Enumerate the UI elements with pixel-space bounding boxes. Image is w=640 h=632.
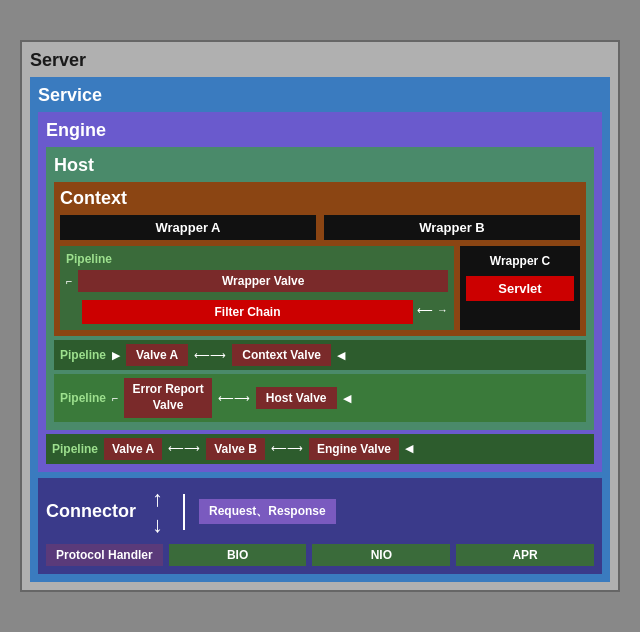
vertical-divider <box>183 494 185 530</box>
double-arrow-1: ⟵⟶ <box>194 349 226 362</box>
wrapper-c-area: Wrapper C Servlet <box>460 246 580 330</box>
wrapper-c-label: Wrapper C <box>466 252 574 270</box>
context-header: Wrapper A Wrapper B <box>60 215 580 240</box>
arrow-right-2: ⟵⟶ <box>218 392 250 405</box>
server-box: Server Service Engine Host Context Wrapp… <box>20 40 620 591</box>
error-report-valve-box: Error Report Valve <box>124 378 211 417</box>
wrapper-b-box: Wrapper B <box>324 215 580 240</box>
bracket-left-icon: ⌐ <box>66 275 72 287</box>
pipeline-row-host: Pipeline ⌐ Error Report Valve ⟵⟶ Host Va… <box>54 374 586 421</box>
context-label: Context <box>60 188 580 209</box>
arrow-up-icon: ↑ <box>152 486 163 512</box>
server-label: Server <box>30 50 610 71</box>
connector-top-row: Connector ↑ ↓ Request、Response <box>46 486 594 538</box>
wrapper-a-box: Wrapper A <box>60 215 316 240</box>
double-arrow-3: ⟵⟶ <box>271 442 303 455</box>
arrow-back-1: ◀ <box>337 349 345 362</box>
valve-b-engine-box: Valve B <box>206 438 265 460</box>
wrapper-valve-row: ⌐ Wrapper Valve <box>66 270 448 292</box>
connector-label: Connector <box>46 501 136 522</box>
pipeline-green: Pipeline ⌐ Wrapper Valve Filter Chain ⟵ … <box>60 246 454 330</box>
context-inner: Pipeline ⌐ Wrapper Valve Filter Chain ⟵ … <box>60 246 580 330</box>
host-label: Host <box>54 155 586 176</box>
engine-label: Engine <box>46 120 594 141</box>
bio-box: BIO <box>169 544 307 566</box>
filter-chain-row: Filter Chain ⟵ → <box>66 296 448 324</box>
service-label: Service <box>38 85 602 106</box>
wrapper-valve-box: Wrapper Valve <box>78 270 448 292</box>
filter-chain-box: Filter Chain <box>82 300 413 324</box>
apr-box: APR <box>456 544 594 566</box>
context-box: Context Wrapper A Wrapper B Pipeline ⌐ <box>54 182 586 336</box>
engine-box: Engine Host Context Wrapper A Wrapper B <box>38 112 602 471</box>
connector-area: Connector ↑ ↓ Request、Response Protocol … <box>38 478 602 574</box>
service-box: Service Engine Host Context Wrapper A Wr… <box>30 77 610 581</box>
context-valve-box: Context Valve <box>232 344 331 366</box>
nio-box: NIO <box>312 544 450 566</box>
arrow-back-3: ◀ <box>405 442 413 455</box>
host-box: Host Context Wrapper A Wrapper B Pipelin… <box>46 147 594 429</box>
arrow-down-icon: ↓ <box>152 512 163 538</box>
up-down-arrows: ↑ ↓ <box>152 486 163 538</box>
valve-a-engine-box: Valve A <box>104 438 162 460</box>
pipe-arrow-1: ▶ <box>112 349 120 362</box>
engine-valve-box: Engine Valve <box>309 438 399 460</box>
double-arrow-2: ⟵⟶ <box>168 442 200 455</box>
pipeline-tag-host2: Pipeline <box>60 391 106 405</box>
arrow-back-2: ◀ <box>343 392 351 405</box>
connector-bottom-row: Protocol Handler BIO NIO APR <box>46 544 594 566</box>
protocol-handler-box: Protocol Handler <box>46 544 163 566</box>
host-valve-box: Host Valve <box>256 387 337 409</box>
pipeline-label-context: Pipeline <box>66 252 448 266</box>
arrow-right-icon: ⟵ <box>417 304 433 317</box>
request-response-box: Request、Response <box>199 499 336 524</box>
pipeline-tag-host: Pipeline <box>60 348 106 362</box>
pipe-bracket: ⌐ <box>112 392 118 404</box>
engine-pipeline-row: Pipeline Valve A ⟵⟶ Valve B ⟵⟶ Engine Va… <box>46 434 594 464</box>
servlet-box: Servlet <box>466 276 574 301</box>
pipeline-tag-engine: Pipeline <box>52 442 98 456</box>
arrow-left-icon: → <box>437 304 448 316</box>
pipeline-row-context: Pipeline ▶ Valve A ⟵⟶ Context Valve ◀ <box>54 340 586 370</box>
valve-a-context-box: Valve A <box>126 344 188 366</box>
